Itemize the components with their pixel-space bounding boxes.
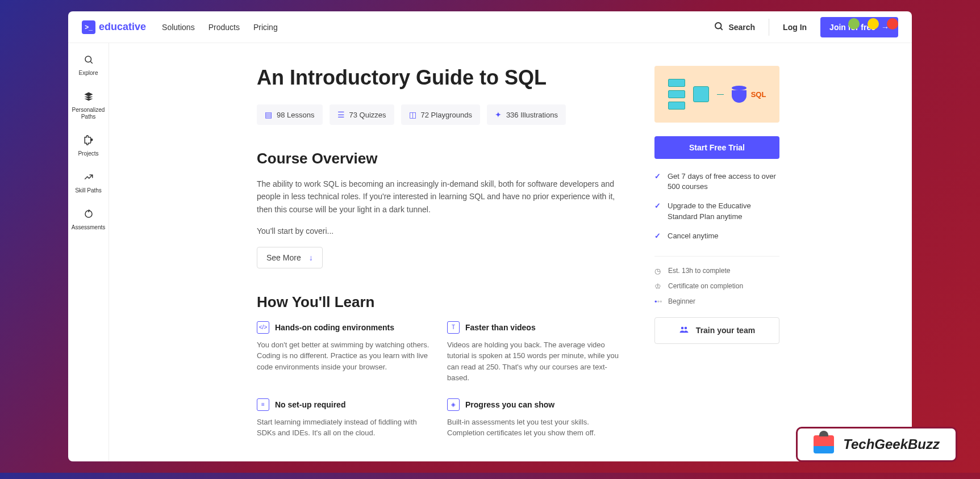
benefit-item: ✓ Upgrade to the Educative Standard Plan… [654, 201, 779, 221]
minimize-dot[interactable] [848, 18, 860, 30]
sidebar-label: Skill Paths [75, 187, 102, 194]
target-icon [84, 209, 94, 222]
learn-grid: </> Hands-on coding environments You don… [257, 321, 620, 439]
course-hero-image: SQL [654, 66, 779, 123]
svg-point-6 [685, 327, 687, 330]
train-label: Train your team [696, 326, 755, 335]
stat-quizzes: ☰ 73 Quizzes [330, 104, 394, 125]
search-button[interactable]: Search [714, 21, 755, 33]
stat-text: 73 Quizzes [349, 111, 386, 119]
ribbon-icon: ♔ [654, 282, 662, 291]
svg-point-5 [681, 327, 684, 330]
learn-desc: Start learning immediately instead of fi… [257, 417, 430, 439]
main-nav: Solutions Products Pricing [162, 23, 278, 32]
check-icon: ✓ [654, 231, 661, 241]
learn-title: No set-up required [275, 400, 345, 409]
sidebar: Explore Personalized Paths Projects Skil… [68, 43, 109, 461]
progress-icon: ◈ [447, 398, 460, 411]
text-icon: T [447, 321, 460, 334]
code-icon: </> [257, 321, 269, 334]
sidebar-item-projects[interactable]: Projects [68, 133, 109, 159]
benefits-list: ✓ Get 7 days of free access to over 500 … [654, 171, 779, 241]
stat-text: 98 Lessons [277, 111, 315, 119]
puzzle-icon [84, 135, 94, 148]
benefit-item: ✓ Get 7 days of free access to over 500 … [654, 171, 779, 192]
stat-lessons: ▤ 98 Lessons [257, 104, 323, 125]
book-icon: ▤ [265, 110, 272, 119]
logo-icon: >_ [82, 20, 95, 34]
watermark-text: TechGeekBuzz [843, 436, 940, 452]
maximize-dot[interactable] [868, 18, 879, 30]
hero-sql-label: SQL [751, 90, 766, 99]
svg-line-3 [90, 61, 92, 63]
trend-icon [84, 172, 94, 185]
learn-title: Hands-on coding environments [275, 323, 394, 332]
check-icon: ✓ [654, 201, 661, 221]
learn-item: ≡ No set-up required Start learning imme… [257, 398, 430, 439]
clock-icon: ◷ [654, 267, 662, 275]
overview-heading: Course Overview [257, 150, 620, 167]
stat-text: 336 Illustrations [506, 111, 558, 119]
learn-heading: How You'll Learn [257, 293, 620, 311]
app-window: >_ educative Solutions Products Pricing … [68, 11, 912, 461]
start-trial-button[interactable]: Start Free Trial [654, 136, 779, 159]
stat-playgrounds: ◫ 72 Playgrounds [401, 104, 480, 125]
svg-point-0 [715, 23, 722, 29]
cloud-icon: ≡ [257, 398, 269, 411]
nav-solutions[interactable]: Solutions [162, 23, 195, 32]
search-icon [714, 21, 724, 33]
divider [769, 19, 769, 36]
course-meta: ◷ Est. 13h to complete ♔ Certificate on … [654, 256, 779, 306]
meta-certificate: ♔ Certificate on completion [654, 282, 779, 291]
close-dot[interactable] [887, 18, 898, 30]
check-icon: ✓ [654, 171, 661, 192]
overview-text-2: You'll start by coveri... [257, 225, 620, 237]
learn-title: Progress you can show [465, 400, 554, 409]
watermark-badge: TechGeekBuzz [796, 427, 957, 462]
nav-products[interactable]: Products [208, 23, 240, 32]
see-more-label: See More [266, 253, 301, 262]
stat-text: 72 Playgrounds [421, 111, 472, 119]
search-label: Search [728, 23, 755, 32]
meta-text: Est. 13h to complete [668, 267, 730, 275]
sidebar-label: Personalized Paths [69, 107, 107, 120]
nav-pricing[interactable]: Pricing [253, 23, 278, 32]
learn-desc: You don't get better at swimming by watc… [257, 339, 430, 373]
learn-item: T Faster than videos Videos are holding … [447, 321, 620, 384]
logo[interactable]: >_ educative [82, 20, 146, 34]
svg-point-2 [85, 56, 91, 62]
see-more-button[interactable]: See More ↓ [257, 247, 323, 268]
learn-desc: Videos are holding you back. The average… [447, 339, 620, 384]
logo-text: educative [99, 21, 146, 33]
meta-text: Beginner [668, 297, 695, 305]
svg-line-1 [721, 28, 723, 30]
benefit-text: Get 7 days of free access to over 500 co… [668, 171, 779, 192]
benefit-text: Upgrade to the Educative Standard Plan a… [668, 201, 779, 221]
course-stats: ▤ 98 Lessons ☰ 73 Quizzes ◫ 72 Playgroun… [257, 104, 620, 125]
benefit-item: ✓ Cancel anytime [654, 231, 779, 241]
sidebar-item-paths[interactable]: Personalized Paths [68, 89, 109, 123]
course-title: An Introductory Guide to SQL [257, 66, 620, 90]
aside: SQL Start Free Trial ✓ Get 7 days of fre… [654, 66, 779, 439]
layers-icon [84, 91, 94, 104]
chevron-down-icon: ↓ [309, 253, 313, 262]
learn-item: </> Hands-on coding environments You don… [257, 321, 430, 384]
stat-illustrations: ✦ 336 Illustrations [487, 104, 566, 125]
sidebar-label: Assessments [72, 224, 105, 231]
main-area: An Introductory Guide to SQL ▤ 98 Lesson… [109, 43, 912, 461]
meta-text: Certificate on completion [668, 282, 743, 290]
layout: Explore Personalized Paths Projects Skil… [68, 43, 912, 461]
illustration-icon: ✦ [495, 110, 502, 119]
sidebar-label: Projects [78, 150, 98, 157]
sidebar-item-explore[interactable]: Explore [68, 52, 109, 79]
train-team-button[interactable]: Train your team [654, 317, 779, 344]
sidebar-item-skill[interactable]: Skill Paths [68, 170, 109, 196]
team-icon [679, 326, 689, 335]
login-link[interactable]: Log In [783, 23, 807, 32]
sidebar-label: Explore [79, 70, 98, 77]
watermark-icon [814, 435, 834, 453]
benefit-text: Cancel anytime [668, 231, 719, 241]
sidebar-item-assess[interactable]: Assessments [68, 207, 109, 233]
window-controls [848, 18, 898, 30]
meta-level: ••• Beginner [654, 297, 779, 306]
